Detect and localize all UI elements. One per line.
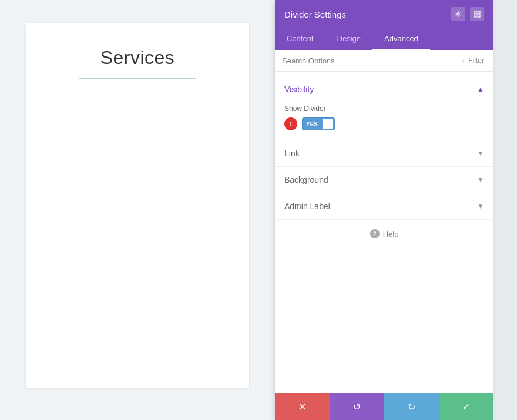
settings-panel: Divider Settings Content [275, 0, 494, 420]
undo-icon: ↺ [353, 401, 361, 412]
background-label: Background [284, 175, 328, 184]
link-label: Link [284, 149, 300, 158]
filter-label: Filter [468, 56, 484, 65]
step-badge: 1 [284, 117, 297, 130]
cancel-button[interactable]: ✕ [275, 393, 330, 420]
section-visibility-header[interactable]: Visibility ▲ [275, 76, 494, 102]
panel-title: Divider Settings [284, 9, 346, 19]
expand-icon [474, 11, 481, 18]
redo-button[interactable]: ↻ [384, 393, 439, 420]
settings-icon-button[interactable] [451, 7, 465, 21]
chevron-down-icon-link: ▼ [477, 149, 484, 157]
help-area: ? Help [275, 220, 494, 248]
toggle-row: 1 YES [284, 117, 484, 130]
search-bar: + Filter [275, 50, 494, 72]
help-link[interactable]: ? Help [370, 229, 399, 238]
canvas-area: Services [26, 23, 249, 388]
section-visibility: Visibility ▲ Show Divider 1 YES [275, 76, 494, 140]
section-link-header[interactable]: Link ▼ [275, 140, 494, 166]
show-divider-toggle[interactable]: YES [302, 117, 335, 130]
undo-button[interactable]: ↺ [330, 393, 384, 420]
tab-advanced[interactable]: Advanced [372, 28, 430, 50]
action-bar: ✕ ↺ ↻ ✓ [275, 393, 494, 420]
help-icon: ? [370, 229, 380, 238]
svg-rect-1 [474, 11, 476, 14]
panel-header: Divider Settings [275, 0, 494, 28]
help-label: Help [383, 230, 399, 238]
toggle-yes-label: YES [303, 118, 321, 130]
svg-rect-2 [478, 11, 480, 14]
redo-icon: ↻ [408, 401, 415, 412]
chevron-down-icon-admin: ▼ [477, 202, 484, 210]
settings-icon [455, 11, 462, 18]
section-background-header[interactable]: Background ▼ [275, 167, 494, 193]
section-background: Background ▼ [275, 167, 494, 193]
expand-icon-button[interactable] [470, 7, 484, 21]
panel-header-icons [451, 7, 484, 21]
section-link: Link ▼ [275, 140, 494, 167]
page-title: Services [100, 47, 175, 69]
section-admin-label-header[interactable]: Admin Label ▼ [275, 193, 494, 219]
tabs-bar: Content Design Advanced [275, 28, 494, 50]
left-canvas-panel: Services [0, 0, 275, 420]
toggle-thumb [323, 119, 333, 129]
show-divider-label: Show Divider [284, 105, 484, 113]
tab-design[interactable]: Design [325, 28, 372, 50]
visibility-label: Visibility [284, 85, 314, 94]
save-icon: ✓ [462, 401, 470, 412]
filter-button[interactable]: + Filter [459, 55, 486, 66]
visibility-content: Show Divider 1 YES [275, 102, 494, 140]
admin-label-label: Admin Label [284, 201, 330, 211]
save-button[interactable]: ✓ [439, 393, 494, 420]
tab-content[interactable]: Content [275, 28, 325, 50]
sections-container: Visibility ▲ Show Divider 1 YES Link ▼ [275, 72, 494, 420]
chevron-down-icon-background: ▼ [477, 176, 484, 184]
section-admin-label: Admin Label ▼ [275, 193, 494, 220]
chevron-up-icon: ▲ [477, 85, 484, 93]
filter-plus-icon: + [461, 56, 466, 65]
cancel-icon: ✕ [298, 401, 306, 412]
svg-rect-3 [474, 15, 476, 17]
divider-line [79, 78, 196, 79]
search-input[interactable] [282, 56, 459, 65]
svg-point-0 [457, 13, 459, 15]
svg-rect-4 [478, 15, 480, 17]
